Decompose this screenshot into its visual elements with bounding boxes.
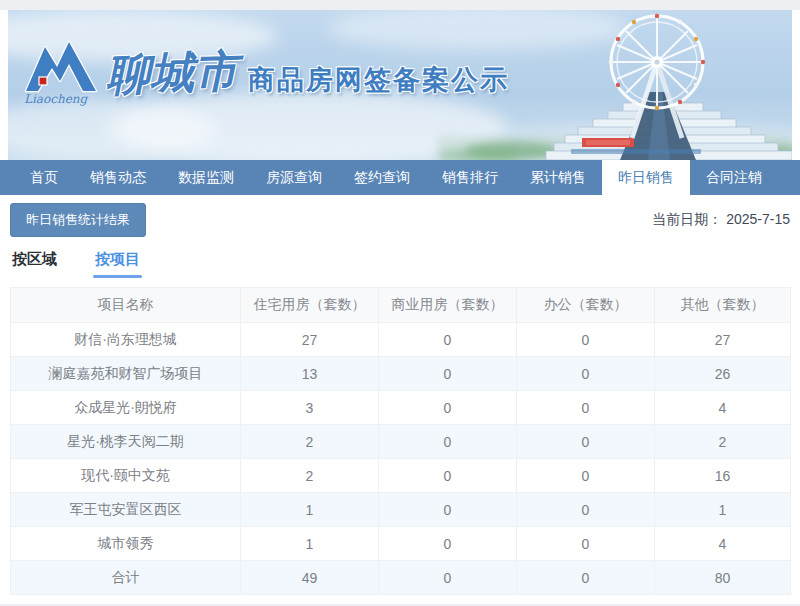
office-cell: 0 <box>517 391 655 425</box>
column-header-commercial: 商业用房（套数） <box>379 288 517 323</box>
total-label-cell: 合计 <box>11 561 241 595</box>
current-date: 当前日期：2025-7-15 <box>652 211 790 229</box>
current-date-value: 2025-7-15 <box>726 211 790 227</box>
table-row: 军王屯安置区西区 1 0 0 1 <box>11 493 791 527</box>
commercial-cell: 0 <box>379 459 517 493</box>
project-name-cell: 财信·尚东理想城 <box>11 323 241 357</box>
page: Liaocheng 聊城市 商品房网签备案公示 首页 销售动态 数据监测 房源查… <box>0 10 800 604</box>
commercial-cell: 0 <box>379 425 517 459</box>
other-cell: 1 <box>655 493 791 527</box>
residential-cell: 1 <box>241 493 379 527</box>
city-name: 聊城市 <box>105 49 238 98</box>
office-total-cell: 0 <box>517 561 655 595</box>
commercial-cell: 0 <box>379 357 517 391</box>
office-cell: 0 <box>517 323 655 357</box>
project-name-cell: 澜庭嘉苑和财智广场项目 <box>11 357 241 391</box>
other-cell: 27 <box>655 323 791 357</box>
nav-item-sales-dynamics[interactable]: 销售动态 <box>74 160 162 195</box>
site-title: 商品房网签备案公示 <box>248 48 509 98</box>
table-row: 众成星光·朗悦府 3 0 0 4 <box>11 391 791 425</box>
current-date-label: 当前日期： <box>652 211 722 227</box>
nav-item-listing-query[interactable]: 房源查询 <box>250 160 338 195</box>
commercial-total-cell: 0 <box>379 561 517 595</box>
residential-cell: 1 <box>241 527 379 561</box>
office-cell: 0 <box>517 357 655 391</box>
other-cell: 26 <box>655 357 791 391</box>
table-total-row: 合计 49 0 0 80 <box>11 561 791 595</box>
other-cell: 2 <box>655 425 791 459</box>
table-row: 财信·尚东理想城 27 0 0 27 <box>11 323 791 357</box>
project-name-cell: 城市领秀 <box>11 527 241 561</box>
view-subtabs: 按区域 按项目 <box>10 250 790 280</box>
logo-script-text: Liaocheng <box>24 92 88 106</box>
residential-cell: 2 <box>241 425 379 459</box>
office-cell: 0 <box>517 493 655 527</box>
sales-table: 项目名称 住宅用房（套数） 商业用房（套数） 办公（套数） 其他（套数） 财信·… <box>10 287 791 595</box>
project-name-cell: 军王屯安置区西区 <box>11 493 241 527</box>
office-cell: 0 <box>517 527 655 561</box>
residential-total-cell: 49 <box>241 561 379 595</box>
other-cell: 16 <box>655 459 791 493</box>
project-name-cell: 星光·桃李天阅二期 <box>11 425 241 459</box>
table-header-row: 项目名称 住宅用房（套数） 商业用房（套数） 办公（套数） 其他（套数） <box>11 288 791 323</box>
commercial-cell: 0 <box>379 323 517 357</box>
commercial-cell: 0 <box>379 391 517 425</box>
column-header-residential: 住宅用房（套数） <box>241 288 379 323</box>
other-cell: 4 <box>655 391 791 425</box>
nav-item-cumulative-sales[interactable]: 累计销售 <box>514 160 602 195</box>
nav-item-data-monitor[interactable]: 数据监测 <box>162 160 250 195</box>
site-banner: Liaocheng 聊城市 商品房网签备案公示 <box>8 10 792 160</box>
yesterday-sales-result-button[interactable]: 昨日销售统计结果 <box>10 203 146 237</box>
office-cell: 0 <box>517 425 655 459</box>
commercial-cell: 0 <box>379 493 517 527</box>
table-row: 现代·颐中文苑 2 0 0 16 <box>11 459 791 493</box>
nav-item-contract-cancel[interactable]: 合同注销 <box>690 160 778 195</box>
column-header-other: 其他（套数） <box>655 288 791 323</box>
commercial-cell: 0 <box>379 527 517 561</box>
table-row: 澜庭嘉苑和财智广场项目 13 0 0 26 <box>11 357 791 391</box>
table-row: 城市领秀 1 0 0 4 <box>11 527 791 561</box>
column-header-office: 办公（套数） <box>517 288 655 323</box>
residential-cell: 2 <box>241 459 379 493</box>
brand-block: Liaocheng 聊城市 商品房网签备案公示 <box>22 34 509 112</box>
residential-cell: 13 <box>241 357 379 391</box>
office-cell: 0 <box>517 459 655 493</box>
project-name-cell: 众成星光·朗悦府 <box>11 391 241 425</box>
residential-cell: 3 <box>241 391 379 425</box>
nav-item-contract-query[interactable]: 签约查询 <box>338 160 426 195</box>
other-total-cell: 80 <box>655 561 791 595</box>
nav-item-yesterday-sales[interactable]: 昨日销售 <box>602 160 690 195</box>
residential-cell: 27 <box>241 323 379 357</box>
main-nav: 首页 销售动态 数据监测 房源查询 签约查询 销售排行 累计销售 昨日销售 合同… <box>0 160 800 195</box>
subtab-by-district[interactable]: 按区域 <box>10 250 59 280</box>
table-row: 星光·桃李天阅二期 2 0 0 2 <box>11 425 791 459</box>
liaocheng-logo-icon: Liaocheng <box>22 35 104 111</box>
nav-item-sales-ranking[interactable]: 销售排行 <box>426 160 514 195</box>
nav-item-home[interactable]: 首页 <box>14 160 74 195</box>
toolbar: 昨日销售统计结果 当前日期：2025-7-15 <box>10 204 790 235</box>
project-name-cell: 现代·颐中文苑 <box>11 459 241 493</box>
other-cell: 4 <box>655 527 791 561</box>
subtab-by-project[interactable]: 按项目 <box>93 250 142 280</box>
column-header-project: 项目名称 <box>11 288 241 323</box>
